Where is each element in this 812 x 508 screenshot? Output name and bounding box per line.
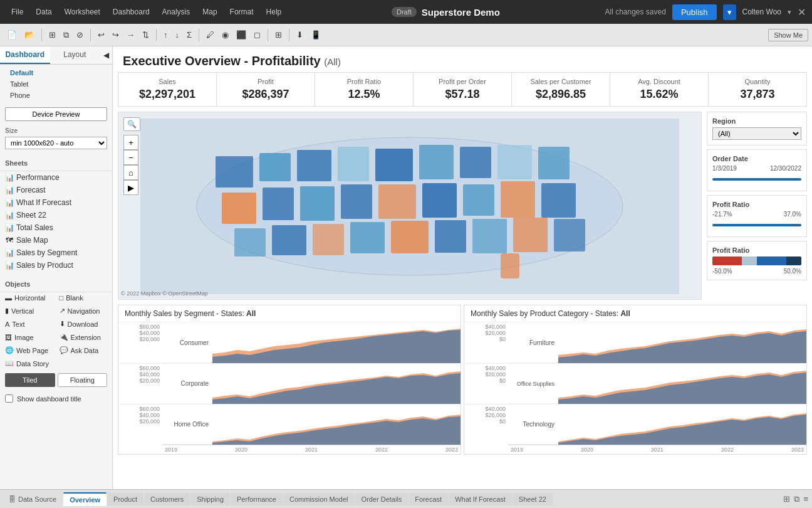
dashboard-header: Executive Overview - Profitability (All) <box>113 46 812 72</box>
obj-navigation[interactable]: ↗ Navigation <box>57 305 110 317</box>
publish-button[interactable]: Publish <box>672 4 717 20</box>
chart-product-title: Monthly Sales by Product Category - Stat… <box>464 305 806 322</box>
svg-rect-27 <box>513 218 548 252</box>
obj-datastory[interactable]: 📖 Data Story <box>3 357 56 369</box>
duplicate-button[interactable]: ⧉ <box>60 28 72 42</box>
tab-dashboard[interactable]: Dashboard <box>0 46 50 64</box>
sort-sheets-button[interactable]: ≡ <box>802 493 809 505</box>
size-select[interactable]: min 1000x620 - auto <box>5 137 107 149</box>
obj-download[interactable]: ⬇ Download <box>57 318 110 330</box>
show-me-button[interactable]: Show Me <box>768 29 808 41</box>
date-range-slider[interactable] <box>712 174 801 184</box>
obj-extension[interactable]: 🔌 Extension <box>57 331 110 343</box>
sidebar-item-salemap[interactable]: 🗺 Sale Map <box>0 234 112 246</box>
saved-status: All changes saved <box>605 8 665 16</box>
profit-ratio-slider[interactable] <box>712 220 801 230</box>
sidebar-collapse-button[interactable]: ◀ <box>100 46 112 64</box>
tab-layout[interactable]: Layout <box>50 46 100 64</box>
fit-button[interactable]: ◻ <box>251 28 264 41</box>
tab-overview[interactable]: Overview <box>63 492 107 506</box>
new-dashboard-button[interactable]: ⊞ <box>46 28 59 41</box>
preview-default[interactable]: Default <box>0 67 112 78</box>
tab-forecast[interactable]: Forecast <box>409 493 448 505</box>
marks-button[interactable]: ◉ <box>219 28 232 41</box>
menu-dashboard[interactable]: Dashboard <box>108 5 155 19</box>
device-button[interactable]: 📱 <box>308 28 324 41</box>
sidebar-item-performance[interactable]: 📊 Performance <box>0 171 112 184</box>
view-button[interactable]: ⊞ <box>272 28 285 41</box>
preview-phone[interactable]: Phone <box>0 90 112 101</box>
user-dropdown-icon[interactable]: ▾ <box>788 8 791 16</box>
sort-asc-button[interactable]: ↑ <box>160 28 171 41</box>
redo-button[interactable]: ↪ <box>109 28 122 41</box>
sheet-icon: 📊 <box>5 223 14 232</box>
duplicate-sheet-button[interactable]: ⧉ <box>793 493 801 505</box>
tab-commission[interactable]: Commission Model <box>283 493 355 505</box>
play-button[interactable]: ▶ <box>123 180 138 195</box>
tab-shipping[interactable]: Shipping <box>190 493 230 505</box>
sheet-icon: 📊 <box>5 198 14 207</box>
device-preview-button[interactable]: Device Preview <box>5 107 107 121</box>
map-copyright: © 2022 Mapbox © OpenStreetMap <box>121 290 208 297</box>
clear-button[interactable]: ⊘ <box>73 28 86 41</box>
menu-map[interactable]: Map <box>197 5 222 19</box>
obj-blank[interactable]: □ Blank <box>57 292 110 304</box>
menu-help[interactable]: Help <box>261 5 287 19</box>
svg-rect-28 <box>554 219 585 251</box>
askdata-icon: 💬 <box>60 346 68 354</box>
tab-performance[interactable]: Performance <box>231 493 283 505</box>
sheet-icon: 📊 <box>5 261 14 270</box>
obj-horizontal[interactable]: ▬ Horizontal <box>3 292 56 304</box>
map-container: 🔍 + − ⌂ ▶ <box>118 112 702 300</box>
obj-askdata[interactable]: 💬 Ask Data <box>57 344 110 356</box>
furniture-label: Furniture <box>508 339 558 346</box>
menu-format[interactable]: Format <box>225 5 259 19</box>
show-title-checkbox[interactable] <box>5 394 13 403</box>
download-button[interactable]: ⬇ <box>293 28 306 41</box>
sort-desc-button[interactable]: ↓ <box>172 28 183 41</box>
zoom-out-button[interactable]: − <box>123 150 138 165</box>
menu-worksheet[interactable]: Worksheet <box>60 5 105 19</box>
obj-vertical[interactable]: ▮ Vertical <box>3 305 56 317</box>
region-select[interactable]: (All) <box>712 127 801 140</box>
tab-whatif[interactable]: What If Forecast <box>449 493 512 505</box>
office-chart-svg <box>558 363 806 404</box>
zoom-in-button[interactable]: + <box>123 135 138 150</box>
obj-image[interactable]: 🖼 Image <box>3 331 56 343</box>
tab-customers[interactable]: Customers <box>144 493 190 505</box>
new-worksheet-button[interactable]: 📄 <box>4 28 20 41</box>
close-button[interactable]: ✕ <box>798 6 806 18</box>
highlight-button[interactable]: 🖊 <box>203 28 217 41</box>
publish-dropdown-arrow[interactable]: ▾ <box>723 4 736 20</box>
user-name[interactable]: Colten Woo <box>742 8 781 16</box>
show-dashboard-title[interactable]: Show dashboard title <box>0 391 112 406</box>
sidebar-item-salesbysegment[interactable]: 📊 Sales by Segment <box>0 246 112 259</box>
mark-type-button[interactable]: ⬛ <box>233 28 249 41</box>
undo-button[interactable]: ↩ <box>95 28 108 41</box>
sidebar-item-totalsales[interactable]: 📊 Total Sales <box>0 221 112 234</box>
floating-button[interactable]: Floating <box>58 373 108 387</box>
menu-analysis[interactable]: Analysis <box>157 5 195 19</box>
sidebar-item-forecast[interactable]: 📊 Forecast <box>0 184 112 196</box>
sidebar-item-whatif[interactable]: 📊 What If Forecast <box>0 196 112 209</box>
open-button[interactable]: 📂 <box>21 28 38 41</box>
datasource-tab[interactable]: 🗄 Data Source <box>3 493 63 505</box>
tab-orderdetails[interactable]: Order Details <box>355 493 409 505</box>
forward-button[interactable]: → <box>123 28 138 41</box>
new-sheet-button[interactable]: ⊞ <box>782 493 791 505</box>
map-search-button[interactable]: 🔍 <box>123 117 140 131</box>
menu-file[interactable]: File <box>6 5 28 19</box>
swap-button[interactable]: ⇅ <box>139 28 152 41</box>
tab-sheet22[interactable]: Sheet 22 <box>513 493 553 505</box>
sidebar-item-sheet22[interactable]: 📊 Sheet 22 <box>0 209 112 221</box>
obj-text[interactable]: A Text <box>3 318 56 330</box>
obj-webpage[interactable]: 🌐 Web Page <box>3 344 56 356</box>
tab-product[interactable]: Product <box>107 493 143 505</box>
menu-data[interactable]: Data <box>31 5 56 19</box>
tiled-button[interactable]: Tiled <box>5 373 55 387</box>
home-button[interactable]: ⌂ <box>123 165 138 180</box>
svg-rect-26 <box>472 219 507 253</box>
preview-tablet[interactable]: Tablet <box>0 78 112 90</box>
aggregate-button[interactable]: Σ <box>184 28 195 41</box>
sidebar-item-salesbyproduct[interactable]: 📊 Sales by Product <box>0 259 112 272</box>
